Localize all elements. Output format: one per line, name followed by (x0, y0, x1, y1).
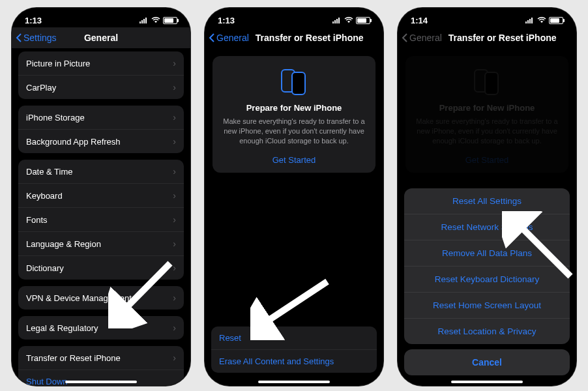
status-icons (140, 17, 177, 24)
chevron-right-icon: › (173, 112, 176, 123)
back-button: General (402, 33, 442, 43)
chevron-right-icon: › (173, 58, 176, 68)
settings-group: Transfer or Reset iPhone› Shut Down (18, 346, 184, 386)
home-indicator (258, 381, 330, 383)
content: Prepare for New iPhone Make sure everyth… (205, 48, 383, 386)
svg-rect-10 (525, 22, 527, 23)
row-vpn[interactable]: VPN & Device Management› (18, 286, 184, 310)
chevron-right-icon: › (173, 239, 176, 249)
get-started-link: Get Started (415, 155, 559, 165)
status-bar: 1:13 (205, 13, 383, 27)
nav-title: Transfer or Reset iPhone (448, 33, 557, 43)
svg-rect-2 (143, 19, 145, 23)
svg-rect-13 (531, 18, 533, 23)
cancel-button[interactable]: Cancel (404, 349, 570, 375)
chevron-right-icon: › (173, 190, 176, 201)
row-keyboard[interactable]: Keyboard› (18, 183, 184, 207)
get-started-link[interactable]: Get Started (222, 155, 366, 165)
home-indicator (451, 381, 523, 383)
svg-rect-3 (145, 18, 147, 23)
row-label: Dictionary (26, 263, 64, 273)
settings-group: iPhone Storage› Background App Refresh› (18, 106, 184, 153)
chevron-right-icon: › (173, 166, 176, 177)
status-icons (525, 17, 563, 24)
row-label: Legal & Regulatory (26, 323, 98, 333)
row-label: iPhone Storage (26, 113, 85, 123)
chevron-right-icon: › (173, 353, 176, 363)
row-label: Keyboard (26, 191, 63, 201)
settings-group: Picture in Picture› CarPlay› (18, 51, 184, 99)
opt-reset-all-settings[interactable]: Reset All Settings (404, 188, 570, 214)
content: Picture in Picture› CarPlay› iPhone Stor… (12, 49, 190, 386)
row-carplay[interactable]: CarPlay› (18, 75, 184, 99)
chevron-right-icon: › (173, 323, 176, 333)
battery-icon (163, 17, 177, 24)
row-reset[interactable]: Reset (211, 326, 377, 349)
row-language-region[interactable]: Language & Region› (18, 231, 184, 255)
dimmed-background: Prepare for New iPhone Make sure everyth… (398, 56, 576, 173)
back-label: General (409, 33, 442, 43)
signal-icon (525, 17, 535, 23)
chevron-right-icon: › (173, 293, 176, 303)
row-shut-down[interactable]: Shut Down (18, 369, 184, 386)
nav-title: General (84, 33, 118, 43)
wifi-icon (151, 17, 160, 23)
settings-group: Date & Time› Keyboard› Fonts› Language &… (18, 160, 184, 280)
battery-icon (549, 17, 563, 24)
wifi-icon (344, 17, 353, 23)
status-time: 1:13 (25, 16, 42, 25)
status-bar: 1:13 (12, 13, 190, 27)
card-title: Prepare for New iPhone (415, 103, 559, 113)
settings-group: VPN & Device Management› (18, 286, 184, 310)
opt-remove-data-plans[interactable]: Remove All Data Plans (404, 240, 570, 266)
opt-reset-location-privacy[interactable]: Reset Location & Privacy (404, 318, 570, 344)
row-iphone-storage[interactable]: iPhone Storage› (18, 106, 184, 129)
row-label: Language & Region (26, 239, 101, 249)
opt-reset-home-layout[interactable]: Reset Home Screen Layout (404, 292, 570, 318)
settings-group: Legal & Regulatory› (18, 316, 184, 340)
row-dictionary[interactable]: Dictionary› (18, 255, 184, 280)
sheet-options: Reset All Settings Reset Network Setting… (404, 188, 570, 344)
card-title: Prepare for New iPhone (222, 103, 366, 113)
home-indicator (65, 381, 137, 383)
chevron-left-icon (402, 33, 408, 42)
back-button[interactable]: Settings (16, 33, 57, 43)
svg-rect-7 (336, 19, 338, 23)
row-transfer-reset[interactable]: Transfer or Reset iPhone› (18, 346, 184, 369)
row-picture-in-picture[interactable]: Picture in Picture› (18, 51, 184, 75)
row-label: Background App Refresh (26, 137, 121, 147)
row-label: Transfer or Reset iPhone (26, 353, 121, 363)
signal-icon (140, 17, 149, 23)
row-label: Fonts (26, 215, 48, 225)
nav-bar: Settings General (12, 27, 190, 49)
svg-rect-0 (140, 22, 141, 23)
chevron-right-icon: › (173, 82, 176, 93)
screen-general: 1:13 Settings General Picture in Picture… (12, 8, 190, 386)
status-time: 1:14 (411, 16, 428, 25)
row-date-time[interactable]: Date & Time› (18, 160, 184, 183)
row-label: Picture in Picture (26, 59, 90, 68)
row-background-refresh[interactable]: Background App Refresh› (18, 129, 184, 153)
action-sheet: Reset All Settings Reset Network Setting… (404, 188, 570, 375)
chevron-left-icon (209, 33, 215, 42)
screen-transfer-reset: 1:13 General Transfer or Reset iPhone Pr… (205, 8, 383, 386)
svg-rect-12 (529, 19, 531, 23)
status-time: 1:13 (218, 16, 235, 25)
svg-rect-1 (141, 20, 143, 23)
row-fonts[interactable]: Fonts› (18, 207, 184, 231)
back-label: Settings (23, 33, 57, 43)
row-erase-all[interactable]: Erase All Content and Settings (211, 349, 377, 373)
row-legal[interactable]: Legal & Regulatory› (18, 316, 184, 340)
row-label: Shut Down (26, 377, 68, 386)
prepare-card: Prepare for New iPhone Make sure everyth… (405, 56, 568, 173)
row-label: Date & Time (26, 167, 73, 177)
opt-reset-network[interactable]: Reset Network Settings (404, 214, 570, 240)
status-bar: 1:14 (398, 13, 576, 27)
status-icons (332, 17, 370, 24)
battery-icon (356, 17, 370, 24)
row-label: CarPlay (26, 83, 56, 93)
opt-reset-keyboard-dict[interactable]: Reset Keyboard Dictionary (404, 266, 570, 292)
phones-icon (471, 68, 503, 96)
chevron-right-icon: › (173, 263, 176, 273)
back-button[interactable]: General (209, 33, 249, 43)
